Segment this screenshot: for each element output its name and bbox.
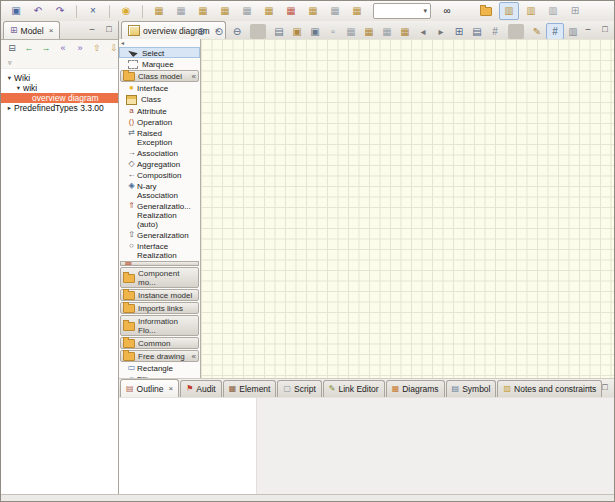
tip-button[interactable]: ◉ bbox=[116, 2, 136, 20]
rectangle-tool[interactable]: ▭ Rectangle bbox=[119, 362, 200, 373]
section-imports-links[interactable]: Imports links bbox=[120, 302, 199, 314]
save-button[interactable]: ▣ bbox=[6, 2, 26, 20]
new-element-button-5[interactable]: ▦ bbox=[237, 2, 257, 20]
raised-exception-tool[interactable]: ⇄ Raised Exception bbox=[119, 127, 200, 147]
redo-button[interactable]: ↷ bbox=[50, 2, 70, 20]
fit-to-window-button[interactable]: ⊞ bbox=[450, 23, 468, 40]
zoom-in-button[interactable]: ⊕ bbox=[192, 23, 210, 40]
scope-combo[interactable]: ▾ bbox=[373, 3, 431, 19]
tab-element[interactable]: ▦ Element bbox=[223, 380, 277, 397]
composition-tool[interactable]: ← Composition bbox=[119, 169, 200, 180]
new-element-button-6[interactable]: ▦ bbox=[259, 2, 279, 20]
export-button[interactable]: ▣ bbox=[306, 23, 324, 40]
navigate-forward-button[interactable]: → bbox=[38, 41, 54, 57]
new-element-button-7[interactable]: ▦ bbox=[281, 2, 301, 20]
interface-tool[interactable]: ● Interface bbox=[119, 82, 200, 93]
palette-collapse-button[interactable]: ◂ bbox=[119, 40, 200, 47]
model-view-button[interactable]: ▥ bbox=[521, 2, 541, 20]
section-class-model[interactable]: Class model « bbox=[120, 70, 199, 82]
view-menu-button[interactable]: ▿ bbox=[1, 57, 118, 69]
section-free-drawing[interactable]: Free drawing « bbox=[120, 350, 199, 362]
minimize-button[interactable]: – bbox=[86, 24, 98, 35]
tab-script[interactable]: ▢ Script bbox=[277, 380, 321, 397]
save-image-button[interactable]: ▣ bbox=[288, 23, 306, 40]
minimize-button[interactable]: – bbox=[582, 382, 594, 393]
select-frame-button[interactable]: ▫ bbox=[324, 23, 342, 40]
show-grid-button[interactable]: # bbox=[486, 23, 504, 40]
move-down-button[interactable]: ⇩ bbox=[106, 41, 118, 57]
next-reference-button[interactable]: » bbox=[72, 41, 88, 57]
maximize-button[interactable]: □ bbox=[599, 24, 611, 35]
operation-tool[interactable]: () Operation bbox=[119, 116, 200, 127]
undo-button[interactable]: ↶ bbox=[28, 2, 48, 20]
show-hide-3-button[interactable]: ▦ bbox=[378, 23, 396, 40]
association-tool[interactable]: → Association bbox=[119, 147, 200, 158]
tree-caret-icon[interactable]: ▸ bbox=[5, 104, 14, 112]
show-rulers-button[interactable]: ▥ bbox=[564, 23, 582, 40]
diagram-canvas[interactable] bbox=[201, 39, 614, 378]
collapse-all-button[interactable]: ⊟ bbox=[4, 41, 20, 57]
auto-layout-button[interactable]: ▤ bbox=[468, 23, 486, 40]
search-button[interactable]: ∞ bbox=[437, 2, 457, 20]
tab-diagrams[interactable]: ▦ Diagrams bbox=[386, 380, 445, 397]
tree-node-overview-diagram[interactable]: overview diagram bbox=[1, 93, 118, 103]
tree-node-wiki-project[interactable]: ▾ Wiki bbox=[1, 73, 118, 83]
maximize-button[interactable]: □ bbox=[599, 382, 611, 393]
move-up-button[interactable]: ⇧ bbox=[89, 41, 105, 57]
new-element-button-10[interactable]: ▦ bbox=[347, 2, 367, 20]
nary-association-tool[interactable]: ◈ N-ary Association bbox=[119, 180, 200, 200]
select-tool[interactable]: Select bbox=[119, 47, 200, 58]
tree-caret-icon[interactable]: ▾ bbox=[14, 84, 23, 92]
tab-outline[interactable]: ▤ Outline × bbox=[120, 379, 179, 397]
section-instance-model[interactable]: Instance model bbox=[120, 289, 199, 301]
tree-caret-icon[interactable]: ▾ bbox=[5, 74, 14, 82]
new-element-button-8[interactable]: ▦ bbox=[303, 2, 323, 20]
section-common[interactable]: Common bbox=[120, 337, 199, 349]
pin-icon[interactable]: « bbox=[192, 72, 196, 81]
zoom-level-button[interactable]: ⊙ bbox=[210, 23, 228, 40]
close-icon[interactable]: × bbox=[169, 384, 174, 393]
outline-view-content[interactable] bbox=[119, 398, 257, 495]
palette-item-clipped[interactable]: ▦ bbox=[120, 261, 199, 266]
tree-node-predefinedtypes[interactable]: ▸ PredefinedTypes 3.3.00 bbox=[1, 103, 118, 113]
marquee-tool[interactable]: Marquee bbox=[119, 58, 200, 69]
nudge-left-button[interactable]: ◂ bbox=[414, 23, 432, 40]
model-view-tab[interactable]: ⊞ Model × bbox=[3, 21, 60, 39]
new-element-button-3[interactable]: ▦ bbox=[193, 2, 213, 20]
new-element-button-1[interactable]: ▦ bbox=[149, 2, 169, 20]
navigate-back-button[interactable]: ← bbox=[21, 41, 37, 57]
attribute-tool[interactable]: a Attribute bbox=[119, 105, 200, 116]
folder-button[interactable] bbox=[477, 2, 497, 20]
minimize-button[interactable]: – bbox=[582, 24, 594, 35]
class-tool[interactable]: Class bbox=[119, 93, 200, 105]
pin-icon[interactable]: « bbox=[192, 352, 196, 361]
grid-view-button[interactable]: ⊞ bbox=[565, 2, 585, 20]
configure-button[interactable]: × bbox=[83, 2, 103, 20]
aggregation-tool[interactable]: ◇ Aggregation bbox=[119, 158, 200, 169]
snap-to-grid-button[interactable]: # bbox=[546, 23, 564, 40]
new-element-button-4[interactable]: ▦ bbox=[215, 2, 235, 20]
tab-symbol[interactable]: ▤ Symbol bbox=[446, 380, 497, 397]
tab-link-editor[interactable]: ✎ Link Editor bbox=[323, 380, 385, 397]
interface-realization-tool[interactable]: ○ Interface Realization bbox=[119, 240, 200, 260]
tab-audit[interactable]: ⚑ Audit bbox=[180, 380, 222, 397]
section-component-model[interactable]: Component mo... bbox=[120, 267, 199, 288]
show-hide-1-button[interactable]: ▦ bbox=[342, 23, 360, 40]
nudge-right-button[interactable]: ▸ bbox=[432, 23, 450, 40]
new-element-button-9[interactable]: ▦ bbox=[325, 2, 345, 20]
maximize-button[interactable]: □ bbox=[103, 24, 115, 35]
close-icon[interactable]: × bbox=[49, 26, 54, 35]
new-window-button[interactable]: ▥ bbox=[543, 2, 563, 20]
generalization-tool[interactable]: ⇧ Generalization bbox=[119, 229, 200, 240]
section-information-flows[interactable]: Information Flo... bbox=[120, 315, 199, 336]
print-button[interactable]: ▤ bbox=[270, 23, 288, 40]
new-element-button-2[interactable]: ▦ bbox=[171, 2, 191, 20]
show-hide-4-button[interactable]: ▦ bbox=[396, 23, 414, 40]
show-hide-2-button[interactable]: ▦ bbox=[360, 23, 378, 40]
format-pen-button[interactable]: ✎ bbox=[528, 23, 546, 40]
zoom-out-button[interactable]: ⊖ bbox=[228, 23, 246, 40]
generalization-realization-auto-tool[interactable]: ⇑ Generalizatio... Realization (auto) bbox=[119, 200, 200, 229]
link-with-editor-button[interactable]: ▥ bbox=[499, 2, 519, 20]
tree-node-wiki-package[interactable]: ▾ wiki bbox=[1, 83, 118, 93]
previous-reference-button[interactable]: « bbox=[55, 41, 71, 57]
